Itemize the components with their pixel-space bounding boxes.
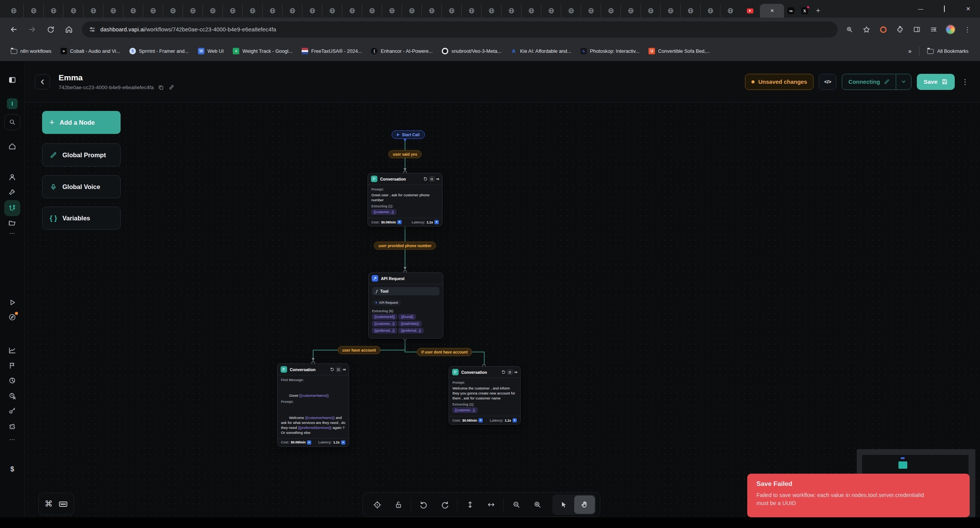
address-bar[interactable]: dashboard.vapi.ai/workflows/742be0ae-cc2… <box>82 21 838 37</box>
bookmark-item[interactable]: ( Enhancor - AI-Powere... <box>366 45 437 57</box>
more-ellipsis-icon[interactable]: ⋯ <box>9 230 15 237</box>
workflows-tab-active[interactable] <box>4 200 20 216</box>
discover-compass-icon[interactable] <box>8 313 16 321</box>
forward-button[interactable] <box>24 22 41 37</box>
browser-tab[interactable] <box>701 4 720 17</box>
workflow-canvas[interactable]: + Add a Node Global Prompt Global Voice … <box>25 103 980 517</box>
extensions-puzzle-icon[interactable] <box>893 22 907 37</box>
browser-tab[interactable] <box>621 4 641 17</box>
browser-tab[interactable] <box>342 4 362 17</box>
reload-button[interactable] <box>42 22 59 37</box>
connect-dropdown-chevron[interactable] <box>896 74 911 90</box>
all-bookmarks-button[interactable]: All Bookmarks <box>922 48 974 54</box>
panel-toggle-icon[interactable] <box>8 76 16 84</box>
redo-icon[interactable] <box>434 500 455 509</box>
files-folder-icon[interactable] <box>8 219 16 227</box>
api-keys-icon[interactable] <box>8 407 16 415</box>
extract-variable-chip[interactable]: {{preferred...}} <box>372 328 397 333</box>
api-request-node[interactable]: API Request ƒ Tool API Request Extractin… <box>368 272 443 339</box>
browser-tab[interactable] <box>521 4 541 17</box>
window-minimize-button[interactable]: — <box>909 6 933 12</box>
conversation-node[interactable]: Conversation va Prompt: Welcome the cust… <box>449 366 521 425</box>
browser-tab[interactable] <box>681 4 701 17</box>
browser-tab[interactable] <box>203 4 223 17</box>
url-text[interactable]: dashboard.vapi.ai/workflows/742be0ae-cc2… <box>100 26 276 33</box>
bookmark-item[interactable]: U Convertible Sofa Bed,... <box>644 45 714 57</box>
conversation-node[interactable]: Conversation va Prompt: Greet user , ask… <box>368 173 443 227</box>
extract-variable-chip[interactable]: {{preferred...}} <box>399 328 423 333</box>
link-icon[interactable] <box>168 84 175 90</box>
bookmark-star-icon[interactable] <box>859 22 874 37</box>
bookmark-item[interactable]: ∿ Photoskop: Interactiv... <box>576 45 644 57</box>
browser-tab[interactable] <box>302 4 322 17</box>
code-view-button[interactable]: </> <box>819 74 836 90</box>
bookmark-item[interactable]: W Web UI <box>193 45 228 57</box>
browser-tab-vapi[interactable]: va <box>784 4 798 17</box>
zoom-search-icon[interactable] <box>842 22 857 37</box>
site-settings-icon[interactable] <box>89 26 96 33</box>
header-menu-kebab-icon[interactable]: ⋮ <box>960 78 970 86</box>
extract-variable-chip[interactable]: {{customer...}} <box>372 321 397 326</box>
usage-pie-icon[interactable] <box>8 376 16 385</box>
model-grid-icon[interactable] <box>336 367 341 372</box>
browser-tab[interactable] <box>283 4 302 17</box>
copy-icon[interactable] <box>158 85 164 90</box>
tool-row[interactable]: ƒ Tool <box>372 287 439 295</box>
org-badge[interactable]: I <box>7 98 18 109</box>
save-failed-toast[interactable]: Save Failed Failed to save workflow: eac… <box>747 474 970 517</box>
connecting-button[interactable]: Connecting <box>842 74 911 90</box>
bookmark-item[interactable]: FreeTaxUSA® - 2024... <box>297 45 366 57</box>
rerun-icon[interactable] <box>501 370 506 374</box>
browser-tab[interactable] <box>561 4 581 17</box>
assistants-icon[interactable] <box>8 173 16 181</box>
start-call-node[interactable]: Start Call <box>392 130 425 139</box>
back-button[interactable] <box>35 74 50 90</box>
model-grid-icon[interactable] <box>430 176 434 181</box>
undo-icon[interactable] <box>413 500 434 509</box>
browser-tab[interactable] <box>382 4 402 17</box>
cost-badge-icon[interactable] <box>307 440 311 445</box>
browser-tab[interactable] <box>143 4 163 17</box>
horizontal-layout-icon[interactable] <box>480 500 501 509</box>
billing-dollar-icon[interactable]: $ <box>10 465 14 473</box>
profile-avatar[interactable] <box>943 22 958 37</box>
browser-tab[interactable] <box>720 4 740 17</box>
browser-tab[interactable] <box>661 4 681 17</box>
edge-condition-label[interactable]: user have account <box>338 346 381 354</box>
pan-hand-tool-button[interactable] <box>574 495 595 514</box>
browser-tab[interactable] <box>462 4 482 17</box>
tools-wrench-icon[interactable] <box>8 188 16 196</box>
browser-tab[interactable] <box>44 4 64 17</box>
more-ellipsis-icon[interactable]: ⋯ <box>9 436 15 443</box>
browser-tab-x[interactable]: X <box>798 4 812 17</box>
extract-variable-chip[interactable]: {{customer...}} <box>452 407 477 413</box>
browser-tab[interactable] <box>501 4 521 17</box>
window-close-button[interactable]: ✕ <box>956 6 980 12</box>
latency-badge-icon[interactable] <box>434 220 439 224</box>
global-prompt-button[interactable]: Global Prompt <box>42 143 121 166</box>
bookmark-item[interactable]: A Kie AI: Affordable and... <box>506 45 576 57</box>
browser-tab[interactable] <box>402 4 422 17</box>
extract-variable-chip[interactable]: {{found}} <box>399 314 416 319</box>
extract-variable-chip[interactable]: {{customerId}} <box>372 314 397 319</box>
browser-tab[interactable] <box>422 4 442 17</box>
keyboard-icon[interactable] <box>58 499 68 509</box>
tune-icon[interactable] <box>926 22 941 37</box>
browser-tab[interactable] <box>4 4 24 17</box>
side-panel-icon[interactable] <box>910 22 924 37</box>
browser-tab[interactable] <box>601 4 621 17</box>
bookmark-item[interactable]: snubroot/Veo-3-Meta... <box>437 45 506 57</box>
edge-condition-label[interactable]: user provided phone number <box>374 242 436 250</box>
browser-tab[interactable] <box>442 4 462 17</box>
cost-badge-icon[interactable] <box>397 220 402 224</box>
bookmark-item[interactable]: » Cobalt - Audio and Vi... <box>56 45 125 57</box>
browser-tab[interactable] <box>123 4 143 17</box>
browser-tab[interactable] <box>322 4 342 17</box>
unlock-icon[interactable] <box>388 500 409 509</box>
browser-tab[interactable] <box>163 4 183 17</box>
browser-tab[interactable] <box>103 4 123 17</box>
browser-tab-active[interactable]: ✕ <box>760 4 784 18</box>
browser-tab[interactable] <box>64 4 83 17</box>
browser-tab[interactable] <box>83 4 103 17</box>
bookmarks-overflow-chevron[interactable]: » <box>903 48 917 55</box>
